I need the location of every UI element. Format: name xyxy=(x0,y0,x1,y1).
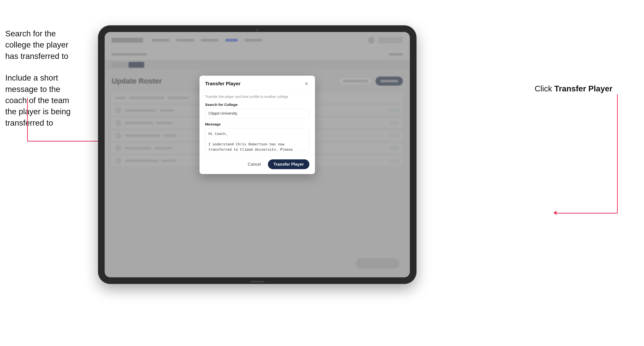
cancel-button[interactable]: Cancel xyxy=(244,160,264,169)
transfer-player-button[interactable]: Transfer Player xyxy=(268,159,310,169)
transfer-player-modal: Transfer Player ✕ Transfer the player an… xyxy=(200,76,315,174)
modal-body: Transfer the player and their profile to… xyxy=(200,91,315,156)
message-field-label: Message xyxy=(205,122,310,126)
modal-title: Transfer Player xyxy=(205,81,240,86)
tablet-home-indicator xyxy=(250,281,264,282)
arrow-left-line xyxy=(27,98,104,142)
modal-subtitle: Transfer the player and their profile to… xyxy=(205,95,310,99)
modal-header: Transfer Player ✕ xyxy=(200,76,315,91)
arrow-right-horizontal xyxy=(556,213,618,213)
modal-footer: Cancel Transfer Player xyxy=(200,156,315,174)
arrow-right-vertical xyxy=(617,94,618,213)
message-textarea[interactable]: Hi Coach, I understand Chris Robertson h… xyxy=(205,128,310,151)
modal-close-button[interactable]: ✕ xyxy=(303,81,310,87)
tablet-screen: Update Roster xyxy=(105,32,410,277)
college-search-input[interactable] xyxy=(205,109,310,118)
tablet-camera xyxy=(256,29,259,32)
tablet-device: Update Roster xyxy=(98,25,416,284)
annotation-search-text: Search for the college the player has tr… xyxy=(5,28,79,62)
annotation-transfer-label: Transfer Player xyxy=(554,84,612,93)
arrow-right-tip xyxy=(553,211,556,215)
college-field-label: Search for College xyxy=(205,103,310,107)
annotation-right: Click Transfer Player xyxy=(534,84,612,93)
modal-overlay: Transfer Player ✕ Transfer the player an… xyxy=(105,32,410,277)
